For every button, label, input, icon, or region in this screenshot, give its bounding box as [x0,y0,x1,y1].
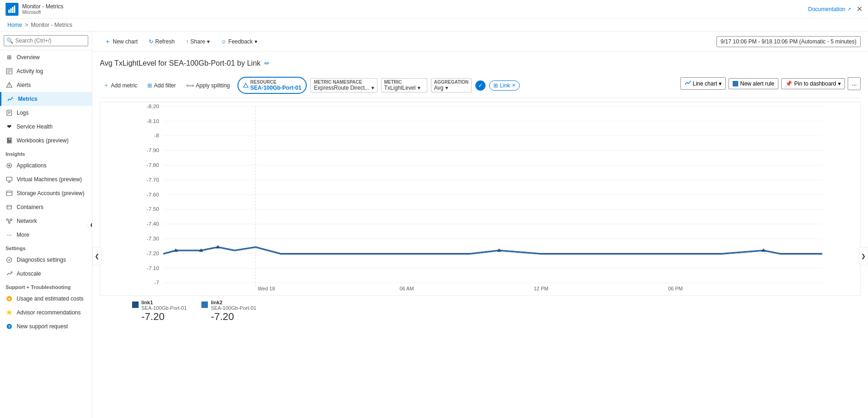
metric-bar: ＋ Add metric ⊞ Add filter ⟺ Apply splitt… [100,73,861,98]
new-alert-rule-button[interactable]: New alert rule [728,78,778,89]
add-metric-button[interactable]: ＋ Add metric [100,80,141,91]
sidebar-item-alerts[interactable]: Alerts [0,78,92,92]
external-link-icon: ↗ [847,6,851,12]
sidebar-item-label: Workbooks (preview) [17,137,68,144]
sidebar-main-section: ⊞ Overview Activity log Alerts Metrics [0,50,92,148]
toolbar-left: ＋ New chart ↻ Refresh ↑ Share ▾ ☺ Feedba… [100,35,262,48]
legend-value-link2: -7.20 [211,311,256,323]
svg-text:-7.60: -7.60 [146,191,159,198]
sidebar-item-virtual-machines[interactable]: Virtual Machines (preview) [0,172,92,186]
chart-area: Avg TxLightLevel for SEA-100Gb-Port-01 b… [92,52,868,418]
close-button[interactable]: ✕ [856,5,862,13]
namespace-selector-wrap: METRIC NAMESPACE ExpressRoute Direct... … [310,78,377,92]
share-icon: ↑ [186,38,188,45]
nav-arrow-right[interactable]: ❯ [859,247,868,265]
sidebar-item-label: Applications [17,162,47,169]
sidebar-item-logs[interactable]: Logs [0,106,92,120]
svg-rect-19 [6,191,12,196]
metric-selector[interactable]: METRIC TxLightLevel ▾ [381,78,427,92]
refresh-icon: ↻ [149,38,153,45]
sidebar-item-storage-accounts[interactable]: Storage Accounts (preview) [0,186,92,200]
app-title-block: Monitor - Metrics Microsoft [22,3,63,15]
sidebar-item-metrics[interactable]: Metrics [0,92,92,106]
network-icon [6,217,13,225]
chart-title-row: Avg TxLightLevel for SEA-100Gb-Port-01 b… [100,59,861,68]
sidebar-item-usage-costs[interactable]: $ Usage and estimated costs [0,292,92,306]
sidebar-item-advisor[interactable]: Advisor recommendations [0,306,92,320]
main-layout: ❮ 🔍 ⊞ Overview Activity log [0,31,868,418]
sidebar-item-more[interactable]: ··· More [0,228,92,242]
svg-point-23 [8,221,10,223]
namespace-selector[interactable]: METRIC NAMESPACE ExpressRoute Direct... … [310,78,377,92]
feedback-chevron: ▾ [255,38,257,45]
pin-dashboard-button[interactable]: 📌 Pin to dashboard ▾ [781,78,845,89]
add-metric-icon: ＋ [103,81,109,89]
time-range-selector[interactable]: 9/17 10:06 PM - 9/18 10:06 PM (Automatic… [716,36,861,47]
search-wrap: 🔍 [4,35,88,46]
svg-text:-7.20: -7.20 [146,250,159,257]
sidebar-item-containers[interactable]: Containers [0,200,92,214]
legend-label-link2: link2 [211,300,256,305]
svg-text:-8.20: -8.20 [146,103,159,110]
sidebar-item-applications[interactable]: Applications [0,159,92,172]
refresh-button[interactable]: ↻ Refresh [144,36,179,47]
svg-text:-7.70: -7.70 [146,177,159,183]
svg-text:?: ? [8,325,11,329]
svg-text:-7.50: -7.50 [146,206,159,212]
link-filter-chip[interactable]: ⊞ Link ✕ [489,80,520,91]
virtual-machines-icon [6,176,13,183]
apply-splitting-button[interactable]: ⟺ Apply splitting [182,80,234,91]
breadcrumb-separator: > [25,22,28,28]
line-chart-button[interactable]: Line chart ▾ [680,77,726,90]
sidebar-item-overview[interactable]: ⊞ Overview [0,50,92,64]
remove-filter-icon[interactable]: ✕ [512,83,516,88]
confirm-checkmark[interactable]: ✓ [475,80,486,91]
legend-color-link2 [201,301,208,308]
sidebar-item-label: Diagnostics settings [17,257,66,263]
share-chevron: ▾ [207,38,210,45]
sidebar-item-diagnostics[interactable]: Diagnostics settings [0,253,92,267]
aggregation-selector[interactable]: AGGREGATION Avg ▾ [431,78,472,92]
resource-label: RESOURCE [250,80,302,85]
add-filter-button[interactable]: ⊞ Add filter [144,80,179,91]
sidebar-item-workbooks[interactable]: 📓 Workbooks (preview) [0,134,92,148]
sidebar-item-service-health[interactable]: ❤ Service Health [0,120,92,134]
aggregation-label: AGGREGATION [434,80,469,85]
top-bar: Monitor - Metrics Microsoft Documentatio… [0,0,868,18]
resource-selector[interactable]: RESOURCE SEA-100Gb-Port-01 [237,77,307,94]
breadcrumb-home[interactable]: Home [7,22,22,28]
new-chart-button[interactable]: ＋ New chart [100,35,142,48]
share-button[interactable]: ↑ Share ▾ [181,36,214,47]
documentation-link[interactable]: Documentation ↗ [808,6,851,12]
sidebar-item-autoscale[interactable]: Autoscale [0,267,92,281]
sidebar-item-network[interactable]: Network [0,214,92,228]
sidebar-item-label: Autoscale [17,270,41,277]
sidebar: ❮ 🔍 ⊞ Overview Activity log [0,31,92,418]
svg-text:-7.80: -7.80 [146,162,159,168]
sidebar-item-label: Metrics [18,96,37,102]
search-input[interactable] [4,35,88,46]
edit-title-icon[interactable]: ✏ [264,60,270,67]
app-subtitle: Microsoft [22,10,63,15]
alert-rule-icon [733,81,738,86]
advisor-icon [6,309,13,316]
sidebar-item-new-support[interactable]: ? New support request [0,320,92,333]
feedback-button[interactable]: ☺ Feedback ▾ [216,36,262,47]
svg-rect-1 [10,8,12,13]
more-options-button[interactable]: ... [848,77,861,90]
nav-arrow-left[interactable]: ❮ [92,247,102,265]
new-support-icon: ? [6,323,13,330]
sidebar-item-activity-log[interactable]: Activity log [0,64,92,78]
chart-legend: link1 SEA-100Gb-Port-01 -7.20 link2 SEA-… [100,296,861,325]
legend-label-link1: link1 [141,300,187,305]
sidebar-item-label: Service Health [17,123,53,130]
logs-icon [6,109,13,117]
svg-text:06 PM: 06 PM [668,286,682,291]
metric-value: TxLightLevel [384,85,416,91]
svg-rect-3 [14,6,15,13]
metric-label: METRIC [384,80,424,85]
settings-section-header: Settings [0,242,92,253]
search-icon: 🔍 [6,37,13,44]
aggregation-chevron: ▾ [445,85,448,91]
sidebar-item-label: Containers [17,204,43,210]
